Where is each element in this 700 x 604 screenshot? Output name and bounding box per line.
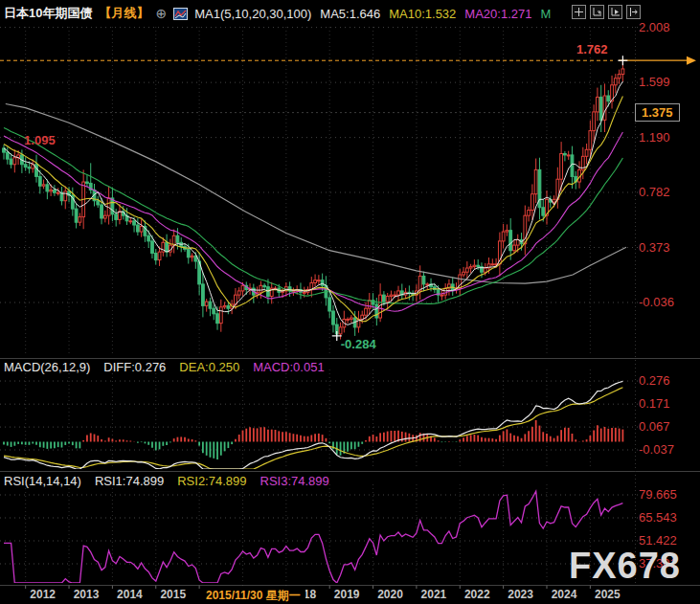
rsi-header-item-1: RSI1:74.899 (95, 474, 164, 488)
rsi-axis-label: 65.543 (639, 510, 677, 525)
legend-item-3: MA20:1.271 (464, 7, 531, 21)
axis-play-icon[interactable] (608, 5, 622, 19)
period-label: 【月线】 (99, 5, 148, 22)
macd-header-item-0: MACD(26,12,9) (4, 360, 90, 374)
export-chart-icon[interactable] (626, 5, 641, 19)
crosshair-date-tag: 2015/11/30 星期一 (201, 586, 305, 604)
early-high-label: 1.095 (24, 133, 56, 147)
price-axis-label: 0.782 (639, 185, 670, 199)
macd-axis-label: 0.067 (639, 419, 670, 434)
legend-item-2: MA10:1.532 (389, 7, 456, 21)
rsi-header: RSI(14,14,14)RSI1:74.899RSI2:74.899RSI3:… (4, 474, 329, 488)
legend-item-4: M (540, 7, 551, 21)
x-axis-year-label: 2023 (505, 588, 537, 601)
macd-axis-label: 0.276 (639, 373, 670, 388)
rsi-header-item-2: RSI2:74.899 (177, 474, 246, 488)
x-axis-year-label: 2019 (330, 588, 363, 601)
price-axis-label: 2.008 (639, 20, 670, 34)
x-axis-year-label: 2015 (157, 588, 190, 601)
axis-zoom-icon[interactable] (590, 5, 604, 19)
macd-header-item-2: DEA:0.250 (179, 360, 239, 374)
grid (0, 27, 642, 583)
price-arrow-icon (687, 56, 696, 65)
x-axis-year-label: 2012 (27, 588, 59, 601)
pan-crosshair-icon[interactable] (572, 5, 586, 19)
x-axis-year-label: 2014 (113, 588, 146, 601)
chart-window: 日本10年期国债 【月线】 ⊕ MA1(5,10,20,30,100)MA5:1… (0, 0, 700, 604)
x-axis-year-label: 2013 (70, 588, 102, 601)
chart-canvas[interactable] (0, 0, 700, 604)
candlestick-series (3, 60, 624, 339)
macd-header-item-3: MACD:0.051 (253, 360, 324, 374)
chart-type-icon[interactable] (173, 8, 188, 20)
legend-item-1: MA5:1.646 (320, 7, 380, 21)
ma-legend: MA1(5,10,20,30,100)MA5:1.646MA10:1.532MA… (194, 7, 551, 21)
price-axis-label: 1.599 (639, 75, 670, 89)
x-axis-year-label: 2024 (548, 588, 580, 601)
rsi-axis-label: 79.665 (639, 487, 677, 502)
crosshair-price-tag: 1.375 (635, 103, 680, 122)
watermark: FX678 (569, 546, 681, 587)
title-bar: 日本10年期国债 【月线】 ⊕ MA1(5,10,20,30,100)MA5:1… (4, 5, 551, 22)
price-axis-label: 1.190 (639, 130, 670, 145)
rsi-header-item-3: RSI3:74.899 (260, 474, 329, 488)
macd-axis-label: 0.171 (639, 396, 670, 411)
macd-header-item-1: DIFF:0.276 (103, 360, 166, 374)
macd-axis-label: -0.037 (639, 442, 674, 457)
high-price-label: 1.762 (576, 42, 608, 56)
price-axis-label: -0.036 (639, 295, 674, 309)
x-axis-year-label: 2020 (374, 588, 407, 601)
legend-item-0: MA1(5,10,20,30,100) (194, 7, 311, 21)
rsi-series (4, 491, 622, 583)
x-axis-year-label: 2021 (418, 588, 450, 601)
low-price-label: -0.284 (341, 337, 376, 351)
instrument-title: 日本10年期国债 (4, 5, 92, 22)
crosshair-toggle-icon[interactable]: ⊕ (155, 6, 167, 21)
rsi-header-item-0: RSI(14,14,14) (4, 474, 81, 488)
x-axis-year-label: 2025 (591, 588, 623, 601)
macd-header: MACD(26,12,9)DIFF:0.276DEA:0.250MACD:0.0… (4, 360, 325, 374)
price-axis-label: 0.373 (639, 240, 670, 255)
x-axis-year-label: 2022 (461, 588, 493, 601)
chart-toolbar (572, 5, 641, 19)
macd-series (4, 381, 622, 469)
